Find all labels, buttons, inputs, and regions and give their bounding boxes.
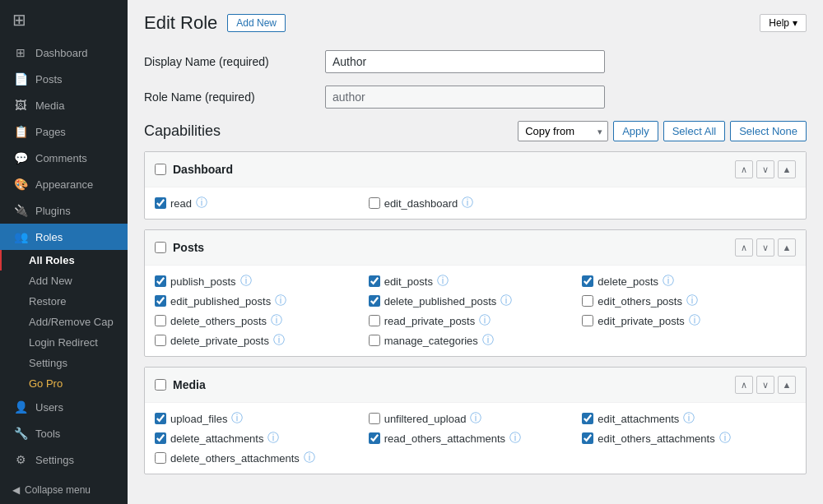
cap-checkbox-read-private-posts[interactable] — [369, 315, 380, 326]
cap-item-upload-files: upload_files ⓘ — [155, 411, 369, 426]
help-button[interactable]: Help ▾ — [760, 14, 807, 32]
collapse-icon: ◀ — [12, 484, 20, 496]
cap-checkbox-delete-posts[interactable] — [582, 275, 593, 287]
info-icon-unfiltered-upload[interactable]: ⓘ — [470, 411, 481, 426]
info-icon-delete-attachments[interactable]: ⓘ — [267, 431, 279, 446]
sidebar-item-posts[interactable]: 📄 Posts — [0, 66, 128, 92]
sidebar-item-pages[interactable]: 📋 Pages — [0, 118, 128, 145]
cap-checkbox-read[interactable] — [155, 197, 166, 209]
page-title: Edit Role — [144, 12, 217, 34]
info-icon-edit-published-posts[interactable]: ⓘ — [275, 294, 286, 308]
cap-checkbox-edit-posts[interactable] — [369, 275, 380, 287]
display-name-label: Display Name (required) — [144, 55, 325, 68]
info-icon-read-others-attachments[interactable]: ⓘ — [509, 431, 521, 446]
cap-checkbox-delete-published-posts[interactable] — [369, 295, 380, 307]
posts-group-checkbox[interactable] — [155, 242, 166, 253]
cap-item-publish-posts: publish_posts ⓘ — [155, 274, 369, 289]
submenu-restore[interactable]: Restore — [0, 291, 128, 312]
media-group-actions: ∧ ∨ ▲ — [735, 376, 796, 394]
cap-checkbox-manage-categories[interactable] — [369, 335, 380, 346]
sidebar-item-roles[interactable]: 👥 Roles — [0, 224, 128, 250]
info-icon-edit-dashboard[interactable]: ⓘ — [462, 196, 473, 210]
info-icon-manage-categories[interactable]: ⓘ — [482, 333, 494, 348]
cap-checkbox-delete-attachments[interactable] — [155, 432, 166, 444]
cap-checkbox-delete-others-attachments[interactable] — [155, 452, 166, 464]
posts-move-down-btn[interactable]: ∨ — [756, 238, 774, 257]
display-name-input[interactable] — [325, 50, 605, 73]
cap-checkbox-edit-others-posts[interactable] — [582, 295, 593, 307]
info-icon-delete-others-attachments[interactable]: ⓘ — [304, 451, 315, 465]
media-move-up-btn[interactable]: ∧ — [735, 376, 753, 394]
info-icon-publish-posts[interactable]: ⓘ — [240, 274, 252, 289]
add-new-button[interactable]: Add New — [227, 14, 286, 32]
dashboard-cap-items: read ⓘ edit_dashboard ⓘ — [145, 187, 806, 219]
posts-cap-items: publish_posts ⓘ edit_posts ⓘ delete_post… — [145, 266, 806, 356]
posts-collapse-btn[interactable]: ▲ — [778, 238, 796, 257]
posts-move-up-btn[interactable]: ∧ — [735, 238, 753, 257]
cap-checkbox-publish-posts[interactable] — [155, 275, 166, 287]
cap-checkbox-edit-others-attachments[interactable] — [582, 432, 593, 444]
role-name-label: Role Name (required) — [144, 90, 325, 104]
submenu-go-pro[interactable]: Go Pro — [0, 373, 128, 394]
cap-checkbox-edit-private-posts[interactable] — [582, 315, 593, 326]
copy-from-wrap: Copy from — [518, 121, 608, 141]
select-none-button[interactable]: Select None — [730, 121, 807, 141]
media-icon: 🖼 — [12, 99, 29, 112]
info-icon-edit-attachments[interactable]: ⓘ — [683, 411, 695, 426]
info-icon-delete-others-posts[interactable]: ⓘ — [271, 313, 282, 328]
media-collapse-btn[interactable]: ▲ — [778, 376, 796, 394]
submenu-add-remove-cap[interactable]: Add/Remove Cap — [0, 312, 128, 332]
media-move-down-btn[interactable]: ∨ — [756, 376, 774, 394]
dashboard-move-up-btn[interactable]: ∧ — [735, 160, 753, 178]
cap-checkbox-upload-files[interactable] — [155, 413, 166, 424]
info-icon-delete-private-posts[interactable]: ⓘ — [273, 333, 285, 348]
cap-checkbox-delete-private-posts[interactable] — [155, 335, 166, 346]
info-icon-edit-others-posts[interactable]: ⓘ — [686, 294, 698, 308]
info-icon-edit-posts[interactable]: ⓘ — [437, 274, 449, 289]
sidebar-item-media[interactable]: 🖼 Media — [0, 92, 128, 118]
info-icon-edit-private-posts[interactable]: ⓘ — [689, 313, 700, 328]
sidebar-item-settings[interactable]: ⚙ Settings — [0, 446, 128, 473]
cap-item-read-others-attachments: read_others_attachments ⓘ — [369, 431, 583, 446]
sidebar-item-appearance[interactable]: 🎨 Appearance — [0, 171, 128, 197]
cap-checkbox-edit-published-posts[interactable] — [155, 295, 166, 307]
settings-icon: ⚙ — [12, 453, 29, 466]
cap-label-read: read — [170, 197, 192, 210]
media-group-title: Media — [173, 378, 735, 391]
sidebar-item-dashboard[interactable]: ⊞ Dashboard — [0, 39, 128, 66]
submenu-login-redirect[interactable]: Login Redirect — [0, 332, 128, 353]
info-icon-read-private-posts[interactable]: ⓘ — [479, 313, 491, 328]
plugins-icon: 🔌 — [12, 204, 29, 217]
users-icon: 👤 — [12, 400, 29, 414]
info-icon-delete-posts[interactable]: ⓘ — [663, 274, 674, 289]
dashboard-icon: ⊞ — [12, 46, 29, 59]
info-icon-delete-published-posts[interactable]: ⓘ — [500, 294, 512, 308]
collapse-menu-button[interactable]: ◀ Collapse menu — [0, 476, 128, 504]
wordpress-icon: ⊞ — [12, 10, 26, 30]
cap-checkbox-edit-dashboard[interactable] — [369, 197, 380, 209]
apply-button[interactable]: Apply — [613, 121, 658, 141]
select-all-button[interactable]: Select All — [663, 121, 725, 141]
media-group-checkbox[interactable] — [155, 379, 166, 391]
info-icon-upload-files[interactable]: ⓘ — [231, 411, 243, 426]
dashboard-move-down-btn[interactable]: ∨ — [756, 160, 774, 178]
submenu-settings[interactable]: Settings — [0, 353, 128, 373]
dashboard-collapse-btn[interactable]: ▲ — [778, 160, 796, 178]
cap-checkbox-delete-others-posts[interactable] — [155, 315, 166, 326]
sidebar-item-plugins[interactable]: 🔌 Plugins — [0, 197, 128, 224]
role-name-row: Role Name (required) — [144, 86, 807, 109]
cap-checkbox-unfiltered-upload[interactable] — [369, 413, 380, 424]
copy-from-select[interactable]: Copy from — [518, 121, 608, 141]
sidebar-item-users[interactable]: 👤 Users — [0, 394, 128, 420]
cap-checkbox-edit-attachments[interactable] — [582, 413, 593, 424]
submenu-all-roles[interactable]: All Roles — [0, 250, 128, 270]
submenu-add-new[interactable]: Add New — [0, 270, 128, 291]
sidebar-item-comments[interactable]: 💬 Comments — [0, 145, 128, 171]
posts-group-actions: ∧ ∨ ▲ — [735, 238, 796, 257]
dashboard-group-checkbox[interactable] — [155, 164, 166, 175]
cap-item-unfiltered-upload: unfiltered_upload ⓘ — [369, 411, 583, 426]
sidebar-item-tools[interactable]: 🔧 Tools — [0, 420, 128, 446]
info-icon-edit-others-attachments[interactable]: ⓘ — [719, 431, 731, 446]
info-icon-read[interactable]: ⓘ — [196, 196, 207, 210]
cap-checkbox-read-others-attachments[interactable] — [369, 432, 380, 444]
